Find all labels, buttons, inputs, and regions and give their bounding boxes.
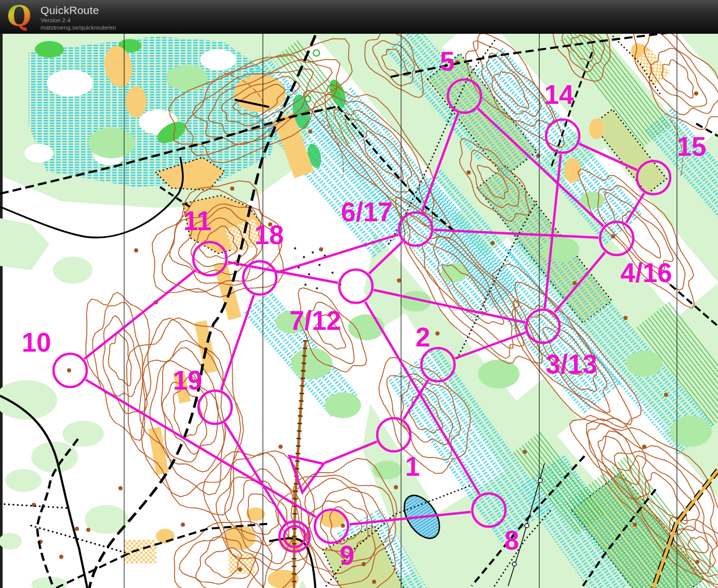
quickroute-logo-icon: Q (4, 2, 34, 32)
control-label-3-13: 3/13 (546, 350, 597, 379)
control-label-2: 2 (416, 323, 430, 352)
control-label-4-16: 4/16 (620, 258, 672, 288)
control-label-19: 19 (173, 366, 203, 395)
control-label-11: 11 (183, 206, 211, 236)
control-label-6-17: 6/17 (341, 197, 392, 227)
app-header: Q QuickRoute Version 2.4 matstroeng.se/q… (0, 0, 718, 34)
control-label-5: 5 (440, 47, 455, 76)
control-label-8: 8 (504, 526, 519, 555)
quickroute-window: { "header": { "app_title": "QuickRoute",… (0, 0, 718, 588)
app-title: QuickRoute (41, 4, 116, 17)
map-texture (0, 1, 718, 588)
control-label-9: 9 (340, 541, 354, 570)
app-version: Version 2.4 (41, 17, 116, 24)
control-label-7-12: 7/12 (289, 306, 341, 336)
logo-letter: Q (7, 2, 31, 32)
control-label-14: 14 (544, 80, 574, 110)
control-label-18: 18 (255, 220, 284, 250)
control-label-15: 15 (677, 132, 707, 162)
control-label-10: 10 (22, 328, 51, 357)
control-label-1: 1 (405, 452, 420, 482)
app-url: matstroeng.se/quickroute/en (41, 24, 116, 31)
map-canvas[interactable]: 123/134/1656/177/1289101114151819 (0, 0, 718, 588)
